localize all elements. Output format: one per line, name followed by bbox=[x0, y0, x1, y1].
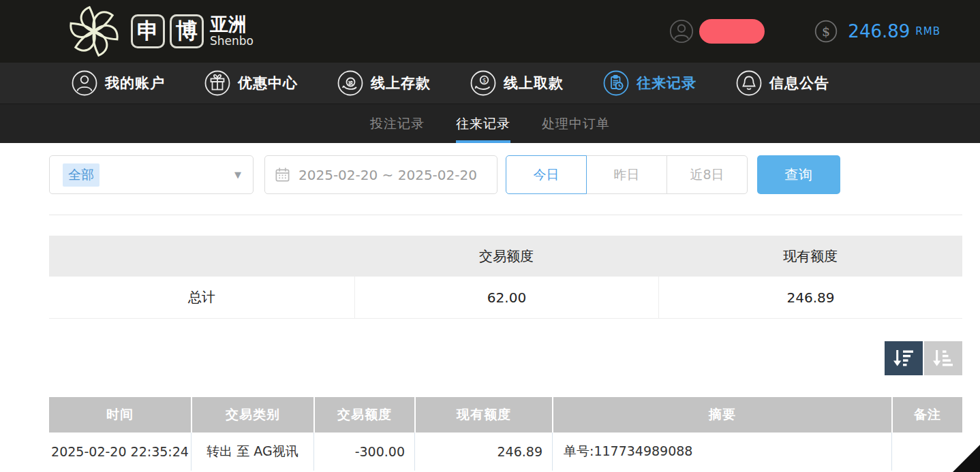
avatar-icon bbox=[669, 18, 694, 44]
sort-ascending-button[interactable] bbox=[924, 341, 962, 375]
nav-label: 优惠中心 bbox=[238, 74, 298, 93]
summary-total-row: 总计 62.00 246.89 bbox=[49, 277, 962, 319]
flower-logo-icon bbox=[65, 3, 123, 60]
col-header-time: 时间 bbox=[49, 397, 191, 432]
top-header: 申 博 亚洲 Shenbo $ 246.89 RMB bbox=[0, 0, 980, 63]
nav-item-transaction-records[interactable]: 往来记录 bbox=[602, 69, 696, 97]
nav-item-announcements[interactable]: 信息公告 bbox=[735, 69, 829, 97]
logo-char-shen: 申 bbox=[131, 14, 165, 48]
record-time: 2025-02-20 22:35:24 bbox=[49, 432, 191, 471]
logo-char-bo: 博 bbox=[170, 14, 204, 48]
user-icon bbox=[71, 69, 98, 97]
nav-item-online-withdraw[interactable]: $ 线上取款 bbox=[470, 69, 564, 97]
nav-item-my-account[interactable]: 我的账户 bbox=[71, 69, 165, 97]
nav-label: 线上取款 bbox=[504, 74, 564, 93]
col-header-balance: 现有额度 bbox=[414, 397, 552, 432]
record-balance: 246.89 bbox=[414, 432, 552, 471]
dollar-circle-icon: $ bbox=[814, 19, 838, 44]
balance-area[interactable]: $ 246.89 RMB bbox=[814, 19, 940, 44]
tab-betting-records[interactable]: 投注记录 bbox=[370, 104, 425, 143]
gift-icon bbox=[204, 69, 231, 97]
summary-header-transaction-amount: 交易额度 bbox=[354, 236, 658, 277]
summary-table-header: 交易额度 现有额度 bbox=[49, 236, 962, 277]
records-table-header: 时间 交易类别 交易额度 现有额度 摘要 备注 bbox=[49, 397, 962, 432]
date-range-input[interactable]: 2025-02-20 ~ 2025-02-20 bbox=[264, 155, 497, 194]
page: 申 博 亚洲 Shenbo $ 246.89 RMB bbox=[0, 0, 980, 472]
sub-nav: 投注记录 往来记录 处理中订单 bbox=[0, 104, 980, 143]
sort-ascending-icon bbox=[932, 349, 954, 368]
svg-text:$: $ bbox=[822, 24, 830, 39]
nav-label: 我的账户 bbox=[105, 74, 165, 93]
tab-transaction-records[interactable]: 往来记录 bbox=[456, 104, 510, 143]
type-select-value: 全部 bbox=[63, 163, 99, 187]
tab-pending-orders[interactable]: 处理中订单 bbox=[542, 104, 610, 143]
summary-current-balance: 246.89 bbox=[658, 277, 962, 318]
sort-descending-icon bbox=[893, 349, 915, 368]
balance-currency: RMB bbox=[915, 25, 940, 37]
record-note bbox=[891, 432, 962, 471]
logo-region-text: 亚洲 bbox=[210, 15, 254, 34]
summary-total-label: 总计 bbox=[49, 277, 354, 318]
quick-date-buttons: 今日 昨日 近8日 bbox=[506, 155, 748, 194]
nav-label: 信息公告 bbox=[769, 74, 829, 93]
nav-label: 往来记录 bbox=[637, 74, 696, 93]
col-header-type: 交易类别 bbox=[191, 397, 313, 432]
chevron-down-icon: ▼ bbox=[234, 170, 241, 180]
balance-amount: 246.89 bbox=[848, 21, 910, 42]
col-header-note: 备注 bbox=[891, 397, 962, 432]
section-divider bbox=[49, 215, 962, 215]
bell-icon bbox=[735, 69, 763, 97]
record-summary: 单号:117734989088 bbox=[552, 432, 891, 471]
corner-widget[interactable] bbox=[953, 445, 980, 472]
record-amount: -300.00 bbox=[313, 432, 414, 471]
today-button[interactable]: 今日 bbox=[506, 155, 587, 194]
calendar-icon bbox=[275, 167, 290, 183]
search-button[interactable]: 查询 bbox=[757, 155, 840, 194]
username-pill[interactable] bbox=[699, 19, 765, 44]
svg-text:$: $ bbox=[483, 77, 487, 84]
last-8-days-button[interactable]: 近8日 bbox=[667, 155, 748, 194]
summary-table: 交易额度 现有额度 总计 62.00 246.89 bbox=[49, 236, 962, 319]
user-account-area[interactable] bbox=[669, 18, 765, 44]
nav-item-online-deposit[interactable]: 线上存款 bbox=[337, 69, 431, 97]
records-icon bbox=[602, 69, 630, 97]
date-range-value: 2025-02-20 ~ 2025-02-20 bbox=[298, 167, 477, 183]
summary-header-empty bbox=[49, 236, 354, 277]
site-logo[interactable]: 申 博 亚洲 Shenbo bbox=[65, 3, 254, 60]
record-type: 转出 至 AG视讯 bbox=[191, 432, 313, 471]
table-row: 2025-02-20 22:35:24 转出 至 AG视讯 -300.00 24… bbox=[49, 432, 962, 471]
sort-controls bbox=[49, 341, 962, 375]
main-nav: 我的账户 优惠中心 线上存款 bbox=[0, 63, 980, 104]
summary-header-current-balance: 现有额度 bbox=[658, 236, 962, 277]
logo-latin-text: Shenbo bbox=[210, 35, 254, 48]
type-select[interactable]: 全部 ▼ bbox=[49, 155, 254, 194]
nav-label: 线上存款 bbox=[371, 74, 431, 93]
records-table: 时间 交易类别 交易额度 现有额度 摘要 备注 2025-02-20 22:35… bbox=[49, 397, 962, 471]
col-header-amount: 交易额度 bbox=[313, 397, 414, 432]
sort-descending-button[interactable] bbox=[885, 341, 923, 375]
nav-item-promotions[interactable]: 优惠中心 bbox=[204, 69, 298, 97]
col-header-summary: 摘要 bbox=[552, 397, 891, 432]
deposit-icon bbox=[337, 69, 364, 97]
filter-row: 全部 ▼ 2025-02-20 ~ 2025-02-20 今日 昨日 近8日 查… bbox=[49, 155, 980, 194]
withdraw-icon: $ bbox=[470, 69, 497, 97]
summary-transaction-amount: 62.00 bbox=[354, 277, 658, 318]
yesterday-button[interactable]: 昨日 bbox=[586, 155, 667, 194]
